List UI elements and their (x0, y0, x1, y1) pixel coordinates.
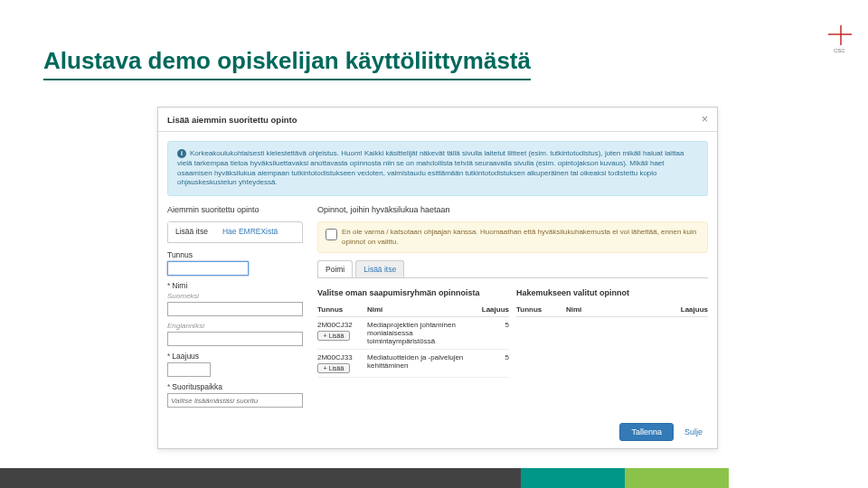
row-laajuus: 5 (473, 321, 509, 345)
brand-bar (0, 468, 868, 488)
nimi-fi-input[interactable] (167, 302, 303, 316)
add-button[interactable]: + Lisää (317, 331, 350, 341)
nimi-en-label: Englanniksi (167, 322, 303, 330)
dialog-title: Lisää aiemmin suoritettu opinto (167, 115, 297, 125)
tab-hae-emrex[interactable]: Hae EMREXistä (215, 222, 285, 242)
available-panel: Valitse oman saapumisryhmän opinnoista T… (317, 284, 509, 378)
close-icon[interactable]: × (702, 113, 708, 126)
laajuus-input[interactable] (167, 362, 211, 377)
paikka-label: *Suorituspaikka (167, 382, 303, 391)
mtab-poimi[interactable]: Poimi (317, 260, 353, 277)
row-nimi: Mediatuotteiden ja -palvelujen kehittämi… (367, 353, 473, 373)
col-laajuus: Laajuus (672, 305, 708, 314)
selected-header: Tunnus Nimi Laajuus (516, 303, 708, 317)
table-row: 2M00CJ33 + Lisää Mediatuotteiden ja -pal… (317, 350, 509, 378)
left-tabs: Lisää itse Hae EMREXistä (167, 221, 303, 243)
mini-tabs: Poimi Lisää itse (317, 260, 708, 278)
table-row: 2M00CJ32 + Lisää Mediaprojektien johtami… (317, 317, 509, 350)
tunnus-label: Tunnus (167, 250, 303, 259)
warning-alert: En ole varma / katsotaan ohjaajan kanssa… (317, 221, 708, 253)
col-laajuus: Laajuus (473, 305, 509, 314)
dialog-footer: Tallenna Sulje (158, 415, 717, 448)
info-text: Korkeakoulukohtaisesti kielestettävä ohj… (177, 149, 684, 186)
slide-title: Alustava demo opiskelijan käyttöliittymä… (43, 47, 531, 80)
add-study-dialog: Lisää aiemmin suoritettu opinto × iKorke… (157, 107, 718, 449)
info-icon: i (177, 149, 186, 158)
svg-text:CSC: CSC (834, 48, 845, 53)
left-heading: Aiemmin suoritettu opinto (167, 205, 303, 214)
row-tunnus: 2M00CJ32 (317, 321, 367, 329)
col-tunnus: Tunnus (317, 305, 367, 314)
row-laajuus: 5 (473, 353, 509, 373)
selected-panel: Hakemukseen valitut opinnot Tunnus Nimi … (516, 284, 708, 378)
save-button[interactable]: Tallenna (619, 423, 674, 441)
row-nimi: Mediaprojektien johtaminen monialaisessa… (367, 321, 473, 345)
col-nimi: Nimi (566, 305, 672, 314)
available-title: Valitse oman saapumisryhmän opinnoista (317, 285, 509, 297)
left-column: Aiemmin suoritettu opinto Lisää itse Hae… (167, 205, 312, 408)
warning-text: En ole varma / katsotaan ohjaajan kanssa… (342, 228, 700, 247)
tunnus-input[interactable] (167, 261, 249, 276)
right-heading: Opinnot, joihin hyväksilukua haetaan (317, 205, 708, 214)
laajuus-label: *Laajuus (167, 352, 303, 361)
right-column: Opinnot, joihin hyväksilukua haetaan En … (312, 205, 708, 408)
mtab-lisaa-itse[interactable]: Lisää itse (355, 260, 404, 277)
selected-title: Hakemukseen valitut opinnot (516, 285, 708, 297)
row-tunnus: 2M00CJ33 (317, 353, 367, 361)
col-nimi: Nimi (367, 305, 473, 314)
unsure-checkbox[interactable] (326, 229, 337, 240)
dialog-header: Lisää aiemmin suoritettu opinto × (158, 108, 717, 132)
nimi-fi-label: Suomeksi (167, 292, 303, 300)
add-button[interactable]: + Lisää (317, 363, 350, 373)
nimi-en-input[interactable] (167, 332, 303, 346)
nimi-label: *Nimi (167, 281, 303, 290)
col-tunnus: Tunnus (516, 305, 566, 314)
available-header: Tunnus Nimi Laajuus (317, 303, 509, 317)
csc-logo: CSC (821, 25, 852, 58)
tab-lisaa-itse[interactable]: Lisää itse (168, 222, 215, 242)
close-button[interactable]: Sulje (679, 423, 708, 441)
paikka-input[interactable] (167, 393, 303, 408)
info-alert: iKorkeakoulukohtaisesti kielestettävä oh… (167, 141, 708, 196)
